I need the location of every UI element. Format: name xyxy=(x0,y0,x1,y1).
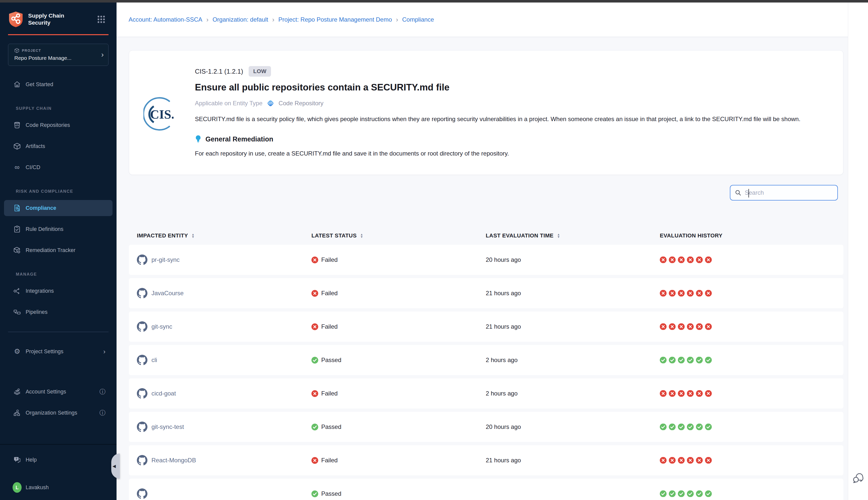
status-icon xyxy=(311,490,318,497)
info-icon[interactable]: ⓘ xyxy=(100,388,105,396)
status-icon xyxy=(311,424,318,430)
history-fail-icon xyxy=(660,290,667,297)
history-pass-icon xyxy=(669,357,675,364)
user-menu[interactable]: L Lavakush xyxy=(0,479,117,496)
sidebar-item-help[interactable]: ? Help xyxy=(0,452,117,468)
breadcrumb-project-link[interactable]: Project: Repo Posture Management Demo xyxy=(278,16,392,23)
sidebar-collapse-handle[interactable]: ◀ xyxy=(111,454,120,479)
project-selector[interactable]: PROJECT Repo Posture Manage... › xyxy=(8,44,108,66)
module-grid-icon[interactable] xyxy=(97,15,105,24)
history-fail-icon xyxy=(696,390,703,397)
sidebar-item-account-settings[interactable]: Account Settings ⓘ xyxy=(0,384,117,400)
cube-icon xyxy=(14,48,19,53)
status-label: Passed xyxy=(321,423,341,430)
rule-title: Ensure all public repositories contain a… xyxy=(195,82,800,93)
column-header-latest-status[interactable]: LATEST STATUS ▲▼ xyxy=(311,227,363,245)
sort-icon[interactable]: ▲▼ xyxy=(360,233,363,238)
table-row[interactable]: git-sync-test Passed 20 hours ago xyxy=(129,412,843,442)
sidebar-item-label: Project Settings xyxy=(26,349,63,355)
support-chat-icon[interactable] xyxy=(852,471,865,485)
sidebar-item-pipelines[interactable]: Pipelines xyxy=(0,304,117,320)
sidebar-item-code-repositories[interactable]: Code Repositories xyxy=(0,117,117,133)
rule-detail-card: CIS. CIS-1.2.1 (1.2.1) LOW Ensure all pu… xyxy=(129,50,843,175)
breadcrumb-separator-icon: › xyxy=(396,16,398,24)
severity-badge: LOW xyxy=(248,66,271,77)
evaluation-history xyxy=(660,457,712,464)
sidebar-item-label: Help xyxy=(26,457,37,463)
history-pass-icon xyxy=(669,424,675,430)
sort-icon[interactable]: ▲▼ xyxy=(192,233,195,238)
history-fail-icon xyxy=(705,390,712,397)
entity-name: cicd-goat xyxy=(151,390,176,397)
sidebar-item-integrations[interactable]: Integrations xyxy=(0,283,117,299)
sidebar-item-cicd[interactable]: ∞ CI/CD xyxy=(0,159,117,175)
table-row[interactable]: cicd-goat Failed 2 hours ago xyxy=(129,378,843,409)
breadcrumb-organization-link[interactable]: Organization: default xyxy=(212,16,268,23)
history-pass-icon xyxy=(660,490,667,497)
sidebar-item-label: Pipelines xyxy=(26,309,47,315)
sidebar-item-label: Compliance xyxy=(26,205,56,211)
right-gutter xyxy=(848,2,868,500)
project-label: PROJECT xyxy=(22,48,41,53)
evaluation-history xyxy=(660,390,712,397)
table-row[interactable]: cli Passed 2 hours ago xyxy=(129,345,843,375)
status-label: Passed xyxy=(321,490,341,497)
brand-accent-rule xyxy=(8,34,108,35)
history-fail-icon xyxy=(687,323,694,330)
history-fail-icon xyxy=(669,390,675,397)
sidebar-item-label: Get Started xyxy=(26,81,53,88)
status-icon xyxy=(311,257,318,263)
sidebar-item-get-started[interactable]: Get Started xyxy=(0,76,117,92)
entity-name: React-MongoDB xyxy=(151,457,196,464)
history-fail-icon xyxy=(696,457,703,464)
history-fail-icon xyxy=(678,323,685,330)
compliance-table-body: pr-git-sync Failed 20 hours ago JavaCour… xyxy=(129,245,843,500)
sort-icon[interactable]: ▲▼ xyxy=(557,233,560,238)
table-row[interactable]: React-MongoDB Failed 21 hours ago xyxy=(129,445,843,475)
sidebar-item-remediation-tracker[interactable]: Remediation Tracker xyxy=(0,242,117,258)
breadcrumb-separator-icon: › xyxy=(206,16,208,24)
sidebar-item-compliance[interactable]: Compliance xyxy=(4,200,113,216)
history-fail-icon xyxy=(705,290,712,297)
history-fail-icon xyxy=(678,290,685,297)
window-top-strip xyxy=(0,0,868,2)
history-pass-icon xyxy=(696,490,703,497)
supply-chain-security-logo-icon xyxy=(8,11,24,27)
breadcrumb-account-link[interactable]: Account: Automation-SSCA xyxy=(129,16,202,23)
history-pass-icon xyxy=(705,357,712,364)
history-pass-icon xyxy=(687,357,694,364)
table-row[interactable]: Passed xyxy=(129,479,843,500)
organization-settings-icon xyxy=(13,409,22,417)
sidebar-item-project-settings[interactable]: ⚙ Project Settings › xyxy=(0,343,117,360)
sidebar-item-artifacts[interactable]: Artifacts xyxy=(0,138,117,154)
evaluation-time: 2 hours ago xyxy=(486,390,518,397)
sidebar-item-organization-settings[interactable]: Organization Settings ⓘ xyxy=(0,405,117,421)
history-fail-icon xyxy=(660,457,667,464)
status-label: Failed xyxy=(321,390,338,397)
info-icon[interactable]: ⓘ xyxy=(100,409,105,417)
table-row[interactable]: JavaCourse Failed 21 hours ago xyxy=(129,278,843,308)
history-pass-icon xyxy=(678,424,685,430)
infinity-icon: ∞ xyxy=(13,164,22,171)
column-header-last-evaluation-time[interactable]: LAST EVALUATION TIME ▲▼ xyxy=(486,227,560,245)
code-repository-entity-icon xyxy=(266,99,275,108)
sidebar-item-rule-definitions[interactable]: Rule Definitions xyxy=(0,221,117,237)
code-repository-icon xyxy=(13,121,22,129)
table-row[interactable]: git-sync Failed 21 hours ago xyxy=(129,311,843,342)
table-row[interactable]: pr-git-sync Failed 20 hours ago xyxy=(129,245,843,275)
search-box xyxy=(730,185,838,201)
account-settings-icon xyxy=(13,388,22,396)
app-title: Supply Chain Security xyxy=(28,12,64,26)
section-supply-chain: SUPPLY CHAIN xyxy=(0,104,117,112)
rule-id: CIS-1.2.1 (1.2.1) xyxy=(195,68,243,75)
evaluation-time: 2 hours ago xyxy=(486,356,518,364)
sidebar: Supply Chain Security PROJECT xyxy=(0,2,117,500)
evaluation-history xyxy=(660,290,712,297)
status-label: Failed xyxy=(321,457,338,464)
history-fail-icon xyxy=(687,257,694,263)
column-header-impacted-entity[interactable]: IMPACTED ENTITY ▲▼ xyxy=(137,227,195,245)
compliance-doc-icon xyxy=(13,204,22,212)
search-input[interactable] xyxy=(745,189,833,196)
breadcrumb-compliance-link[interactable]: Compliance xyxy=(402,16,434,23)
avatar: L xyxy=(13,482,22,493)
